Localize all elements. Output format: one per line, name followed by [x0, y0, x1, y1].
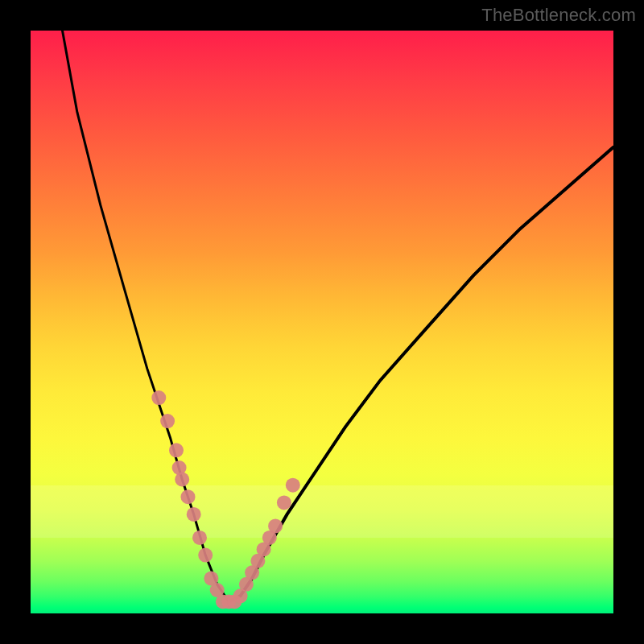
bottleneck-curve: [31, 31, 613, 602]
svg-point-2: [169, 443, 184, 457]
curve-layer: [31, 31, 613, 613]
sample-markers: [151, 390, 299, 609]
chart-frame: TheBottleneck.com: [0, 0, 644, 644]
svg-point-0: [151, 390, 166, 405]
svg-point-4: [175, 473, 189, 487]
svg-point-5: [181, 489, 196, 504]
svg-point-6: [187, 507, 201, 522]
watermark-text: TheBottleneck.com: [481, 5, 636, 26]
plot-area: [31, 31, 613, 613]
svg-point-21: [277, 495, 291, 510]
svg-point-20: [268, 518, 283, 533]
svg-point-8: [198, 548, 213, 563]
svg-point-22: [286, 478, 300, 493]
svg-point-1: [160, 414, 175, 428]
svg-point-7: [192, 530, 207, 545]
